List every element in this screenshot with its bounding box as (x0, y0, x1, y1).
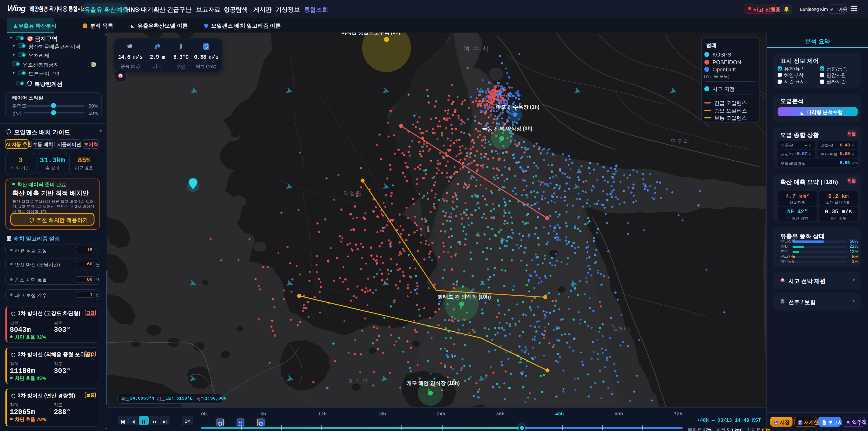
svg-text:국동 전복 양식장 (3h): 국동 전복 양식장 (3h) (482, 125, 532, 131)
svg-text:화태도 김 양식장 (10h): 화태도 김 양식장 (10h) (438, 294, 491, 300)
svg-text:화양면: 화양면 (343, 190, 363, 196)
svg-text:화정면: 화정면 (349, 377, 369, 383)
svg-text:돌산읍: 돌산읍 (613, 326, 633, 332)
svg-text:개도 해안 양식장 (18h): 개도 해안 양식장 (18h) (406, 380, 460, 386)
svg-text:우두리: 우두리 (670, 138, 690, 144)
svg-text:여수시: 여수시 (463, 44, 492, 52)
svg-text:여자만 갯벌보호구역 (6h): 여자만 갯벌보호구역 (6h) (341, 32, 400, 35)
svg-text:종포 해수욕장 (1h): 종포 해수욕장 (1h) (496, 104, 539, 110)
